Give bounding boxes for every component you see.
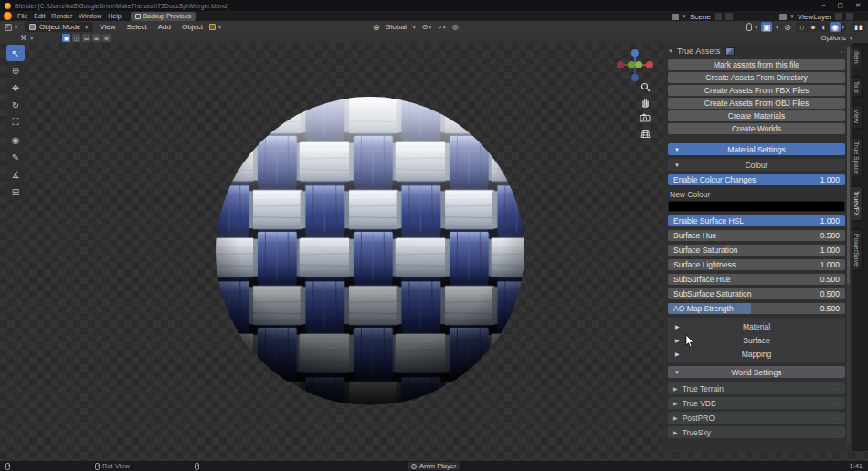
menu-file[interactable]: File — [17, 13, 27, 19]
viewlayer-selector[interactable]: ▼ ViewLayer — [779, 12, 853, 21]
menu-render[interactable]: Render — [51, 13, 72, 19]
select-mode-0[interactable]: ▣ — [62, 34, 70, 42]
slider-surface-lightness[interactable]: Surface Lightness1.000 — [668, 259, 845, 270]
action-button-5[interactable]: Create Worlds — [668, 123, 845, 134]
transform-icon-dropdown[interactable]: ▼ — [209, 24, 222, 30]
viewport-menu-select[interactable]: Select — [126, 23, 146, 31]
action-button-0[interactable]: Mark assets from this file — [668, 59, 845, 70]
shading-material-icon[interactable]: ◐ — [819, 22, 830, 32]
panel-header-true-terrain[interactable]: ▶True Terrain∙∙ — [668, 382, 845, 394]
blender-menu-icon[interactable] — [4, 12, 12, 20]
panel-scrollbar[interactable] — [847, 47, 850, 445]
select-mode-3[interactable]: ⊞ — [92, 34, 101, 42]
slider-enable-colour-changes[interactable]: Enable Colour Changes1.000 — [668, 174, 845, 185]
slider-surface-hue[interactable]: Surface Hue0.500 — [668, 230, 845, 241]
menu-help[interactable]: Help — [108, 13, 121, 19]
unlink-scene-button[interactable] — [725, 13, 733, 20]
new-viewlayer-button[interactable] — [835, 13, 842, 20]
tool-transform[interactable]: ◉ — [6, 131, 25, 148]
xray-toggle-icon[interactable]: ⊘ — [782, 22, 793, 32]
tool-add-cube[interactable]: ⊞ — [6, 183, 25, 200]
scene-selector[interactable]: ▼ Scene — [672, 12, 733, 21]
tool-move[interactable]: ✥ — [6, 79, 25, 96]
select-mode-1[interactable]: ◫ — [72, 34, 80, 42]
pivot-icon[interactable]: ⊙▼ — [422, 23, 433, 31]
tool-select-box[interactable]: ↖ — [6, 45, 25, 61]
tab-tool[interactable]: Tool — [852, 77, 863, 98]
tab-truevfx[interactable]: TrueVFX — [852, 186, 863, 221]
drag-grip-icon[interactable]: ∙∙ — [834, 385, 840, 392]
menu-edit[interactable]: Edit — [34, 13, 45, 19]
sidebar-panel: ▼ True Assets ∙∙ Mark assets from this f… — [664, 43, 852, 451]
action-button-3[interactable]: Create Assets From OBJ Files — [668, 98, 845, 109]
material-settings-header[interactable]: ▼ Material Settings — [668, 143, 845, 155]
colour-section-header[interactable]: ▼ Colour — [668, 159, 845, 171]
panel-header-true-assets[interactable]: ▼ True Assets ∙∙ — [668, 45, 845, 58]
remove-viewlayer-button[interactable] — [846, 13, 853, 20]
orientation-label[interactable]: Global — [386, 23, 407, 31]
navigation-gizmo[interactable] — [614, 47, 656, 83]
tool-scale[interactable]: ⛶ — [6, 114, 25, 131]
new-scene-button[interactable] — [715, 13, 722, 20]
select-mode-4[interactable]: ⊗ — [102, 34, 111, 42]
viewport-3d[interactable]: ↖⊕✥↻⛶◉✎∡⊞ — [0, 43, 868, 461]
colour-swatch[interactable] — [668, 201, 845, 212]
perspective-icon[interactable] — [639, 129, 651, 139]
viewport-menu-object[interactable]: Object — [182, 23, 203, 31]
tab-powersave[interactable]: PowerSave — [852, 229, 863, 271]
world-settings-header[interactable]: ▼ World Settings — [668, 366, 845, 378]
slider-ao-map-strength[interactable]: AO Map Strength0.500 — [668, 303, 845, 314]
action-button-2[interactable]: Create Assets From FBX Files — [668, 85, 845, 96]
slider-enable-surface-hsl[interactable]: Enable Surface HSL1.000 — [668, 215, 845, 226]
proportional-edit-icon[interactable]: ◎ — [452, 23, 459, 31]
shading-rendered-icon[interactable]: ◉ — [830, 22, 841, 32]
shading-wireframe-icon[interactable]: ○ — [797, 22, 808, 32]
tool-measure[interactable]: ∡ — [6, 166, 25, 183]
panel-header-truesky[interactable]: ▶TrueSky∙∙ — [668, 426, 845, 438]
active-tool-icon[interactable]: ⚒▼ — [20, 33, 34, 43]
gizmo-toggle-icon[interactable]: ▼ — [746, 23, 758, 31]
backup-previous-button[interactable]: Backup Previous — [131, 12, 196, 21]
options-dropdown[interactable]: Options ▼ — [820, 34, 853, 42]
panel-header-postpro[interactable]: ▶PostPRO∙∙ — [668, 412, 845, 424]
tab-view[interactable]: View — [852, 105, 863, 128]
subsection-mapping[interactable]: ▶Mapping — [668, 347, 845, 361]
subsection-material[interactable]: ▶Material — [668, 319, 845, 333]
camera-icon[interactable] — [639, 113, 651, 123]
tab-true-space[interactable]: True Space — [852, 137, 863, 179]
pan-icon[interactable] — [639, 98, 651, 108]
slider-subsurface-saturation[interactable]: SubSurface Saturation0.500 — [668, 288, 845, 299]
viewport-menu-view[interactable]: View — [100, 23, 115, 31]
woven-sphere-object[interactable] — [216, 97, 524, 405]
minimize-button[interactable]: – — [822, 2, 826, 9]
subsection-surface[interactable]: ▶Surface — [668, 333, 845, 347]
maximize-button[interactable]: ▢ — [838, 2, 844, 9]
tool-annotate[interactable]: ✎ — [6, 149, 25, 165]
cancel-job-icon[interactable]: ✕ — [411, 464, 417, 469]
zoom-icon[interactable] — [639, 82, 651, 92]
close-button[interactable]: ✕ — [855, 2, 861, 9]
pause-button[interactable]: ▮▮ — [852, 22, 865, 32]
tab-item[interactable]: Item — [852, 47, 863, 68]
snap-magnet-icon[interactable]: ⌕▼ — [438, 23, 446, 32]
action-button-1[interactable]: Create Assets From Directory — [668, 72, 845, 83]
slider-surface-saturation[interactable]: Surface Saturation1.000 — [668, 245, 845, 256]
drag-grip-icon[interactable]: ∙∙ — [834, 400, 840, 406]
slider-value: 1.000 — [820, 175, 840, 184]
drag-grip-icon[interactable]: ∙∙ — [834, 429, 840, 435]
mode-selector[interactable]: Object Mode ▼ — [25, 22, 93, 32]
viewport-menu-add[interactable]: Add — [158, 23, 171, 31]
drag-grip-icon[interactable]: ∙∙ — [834, 414, 840, 421]
select-mode-2[interactable]: ⊟ — [82, 34, 90, 42]
slider-subsurface-hue[interactable]: SubSurface Hue0.500 — [668, 274, 845, 285]
tool-cursor[interactable]: ⊕ — [6, 62, 25, 78]
menu-window[interactable]: Window — [79, 13, 101, 19]
action-button-4[interactable]: Create Materials — [668, 110, 845, 121]
overlays-toggle-icon[interactable]: ▣ — [761, 22, 772, 32]
editor-type-selector[interactable]: ▼ — [5, 24, 18, 31]
tool-rotate[interactable]: ↻ — [6, 97, 25, 113]
anim-player-job[interactable]: ✕ Anim Player — [408, 462, 460, 470]
drag-grip-icon[interactable]: ∙∙ — [840, 48, 845, 55]
shading-solid-icon[interactable]: ● — [808, 22, 819, 32]
panel-header-true-vdb[interactable]: ▶True VDB∙∙ — [668, 397, 845, 409]
